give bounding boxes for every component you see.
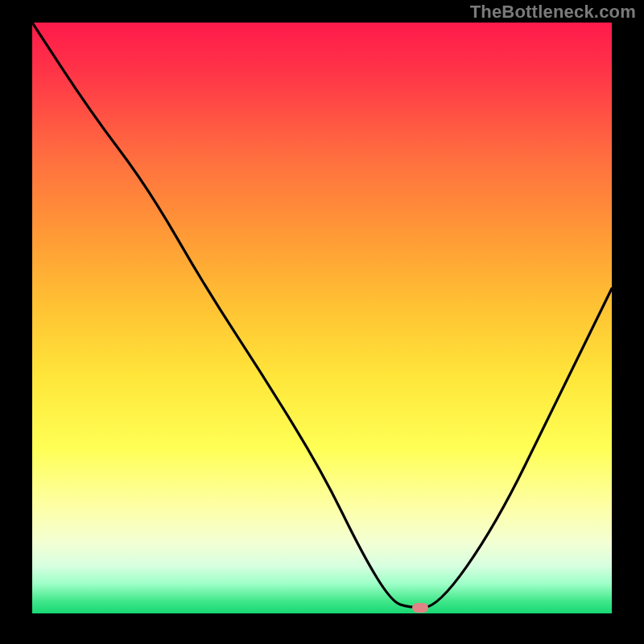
watermark-text: TheBottleneck.com — [470, 2, 636, 23]
chart-frame: TheBottleneck.com — [0, 0, 644, 644]
plot-area — [32, 23, 612, 613]
curve-path — [32, 23, 612, 608]
optimal-marker — [412, 603, 428, 613]
bottleneck-curve — [32, 23, 612, 613]
